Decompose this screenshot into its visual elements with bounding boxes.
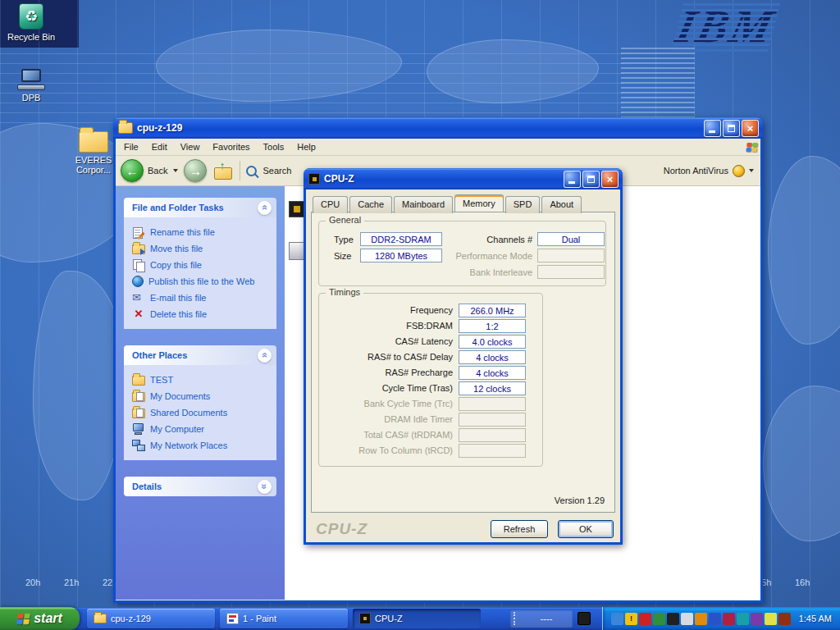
ibm-logo-stripes	[671, 0, 781, 52]
task-delete-file[interactable]: ✕ Delete this file	[130, 306, 273, 322]
timing-row-dram-idle: DRAM Idle Timer	[319, 413, 542, 427]
tray-icon-7[interactable]	[695, 613, 707, 625]
place-my-network[interactable]: My Network Places	[130, 437, 273, 454]
tray-icon-1[interactable]	[611, 613, 623, 625]
tray-icon-10[interactable]	[737, 613, 749, 625]
chevron-up-icon[interactable]: »	[258, 349, 272, 363]
back-dropdown-icon[interactable]	[173, 169, 178, 172]
back-button-label[interactable]: Back	[148, 166, 167, 176]
menu-favorites[interactable]: Favorites	[206, 139, 256, 154]
taskbar: start cpu-z-129 1 - Paint CPU-Z ---- ! 1…	[0, 607, 840, 630]
norton-dropdown-icon[interactable]	[749, 169, 754, 172]
timing-row-ras-precharge: RAS# Precharge 4 clocks	[319, 366, 542, 380]
refresh-button[interactable]: Refresh	[491, 520, 548, 538]
other-places-panel: Other Places » TEST My Documents	[124, 345, 276, 460]
paint-icon	[226, 613, 239, 624]
maximize-button[interactable]	[582, 171, 600, 188]
cpuz-titlebar[interactable]: CPU-Z ×	[304, 168, 623, 189]
place-my-documents[interactable]: My Documents	[130, 388, 273, 404]
timings-groupbox-label: Timings	[326, 287, 363, 297]
tray-icon-4[interactable]	[653, 613, 665, 625]
tab-about[interactable]: About	[541, 196, 582, 213]
tray-icon-9[interactable]	[723, 613, 735, 625]
place-test[interactable]: TEST	[130, 372, 273, 388]
desktop-icon-recycle-bin[interactable]: ♻ Recycle Bin	[2, 3, 61, 42]
delete-icon: ✕	[132, 308, 145, 320]
up-button[interactable]: ↑	[212, 162, 234, 180]
taskbar-task-cpuz-folder[interactable]: cpu-z-129	[87, 609, 215, 628]
close-button[interactable]: ×	[742, 120, 759, 137]
tab-spd[interactable]: SPD	[505, 196, 541, 213]
close-button[interactable]: ×	[601, 171, 619, 188]
minimize-button[interactable]	[564, 171, 581, 188]
tray-icon-13[interactable]	[778, 613, 791, 625]
search-icon[interactable]	[246, 166, 257, 176]
chevron-down-icon[interactable]: »	[258, 480, 272, 494]
tray-icon-12[interactable]	[765, 613, 777, 625]
tray-icon-2[interactable]: !	[625, 613, 637, 625]
timing-label: RAS# to CAS# Delay	[319, 352, 453, 362]
timing-value	[459, 444, 526, 458]
tray-icon-6[interactable]	[681, 613, 693, 625]
maximize-button[interactable]	[723, 120, 740, 137]
explorer-title: cpu-z-129	[137, 122, 700, 134]
back-button[interactable]: ←	[121, 159, 144, 182]
cpuz-file-icon[interactable]	[289, 201, 305, 217]
ok-button[interactable]: OK	[558, 520, 614, 538]
tab-mainboard[interactable]: Mainboard	[394, 196, 453, 213]
taskbar-toolbar[interactable]: ----	[510, 609, 573, 628]
tray-icon-11[interactable]	[751, 613, 763, 625]
search-button-label[interactable]: Search	[262, 166, 291, 176]
timing-value: 4 clocks	[459, 366, 526, 380]
menu-help[interactable]: Help	[290, 139, 322, 154]
tray-icon-8[interactable]	[709, 613, 721, 625]
forward-button[interactable]: →	[184, 159, 207, 182]
menu-tools[interactable]: Tools	[257, 139, 291, 154]
place-shared-documents[interactable]: Shared Documents	[130, 404, 273, 421]
package-file-icon[interactable]	[289, 242, 304, 260]
type-label: Type	[334, 235, 354, 244]
tab-memory[interactable]: Memory	[454, 194, 504, 212]
timing-value: 4.0 clocks	[459, 335, 526, 349]
task-rename-file[interactable]: Rename this file	[130, 224, 273, 240]
timing-value: 1:2	[459, 319, 526, 333]
start-button[interactable]: start	[0, 607, 80, 630]
task-move-file[interactable]: Move this file	[130, 240, 273, 257]
other-places-header[interactable]: Other Places »	[124, 345, 276, 365]
tab-cache[interactable]: Cache	[349, 196, 392, 213]
shared-documents-icon	[132, 409, 145, 418]
move-icon	[132, 244, 145, 254]
toolbar-grip[interactable]	[514, 612, 517, 625]
email-icon: ✉	[132, 292, 145, 304]
memory-tab-page: General Type DDR2-SDRAM Size 1280 MBytes…	[311, 212, 615, 513]
taskbar-clock[interactable]: 1:45 AM	[799, 614, 832, 623]
details-title: Details	[132, 482, 258, 491]
explorer-titlebar[interactable]: cpu-z-129 ×	[113, 117, 763, 139]
place-my-computer[interactable]: My Computer	[130, 421, 273, 437]
tray-icon-3[interactable]	[639, 613, 651, 625]
minimize-button[interactable]	[704, 120, 721, 137]
tab-cpu[interactable]: CPU	[313, 196, 348, 213]
tray-icon-5[interactable]	[667, 613, 679, 625]
file-tasks-header[interactable]: File and Folder Tasks »	[124, 198, 276, 217]
task-email-file[interactable]: ✉ E-mail this file	[130, 290, 273, 306]
menu-edit[interactable]: Edit	[145, 139, 174, 154]
details-header[interactable]: Details »	[124, 477, 276, 496]
timezone-label: 16h	[795, 578, 810, 587]
task-copy-file[interactable]: Copy this file	[130, 257, 273, 273]
folder-icon	[94, 614, 107, 623]
taskbar-task-paint[interactable]: 1 - Paint	[220, 609, 348, 628]
menu-file[interactable]: File	[117, 139, 145, 154]
menu-view[interactable]: View	[174, 139, 207, 154]
norton-antivirus-control[interactable]: Norton AntiVirus	[664, 156, 754, 185]
file-tasks-panel: File and Folder Tasks » Rename this file…	[124, 198, 276, 329]
timing-label: Cycle Time (Tras)	[319, 383, 453, 393]
timing-row-bank-cycle: Bank Cycle Time (Trc)	[319, 397, 542, 411]
my-documents-icon	[132, 392, 145, 402]
taskbar-task-cpuz[interactable]: CPU-Z	[353, 609, 481, 628]
desktop-icon-dpb[interactable]: DPB	[2, 69, 61, 103]
taskbar-dark-icon[interactable]	[578, 612, 591, 625]
chevron-up-icon[interactable]: »	[258, 201, 272, 215]
task-publish-file[interactable]: Publish this file to the Web	[130, 273, 273, 290]
timing-row-row-to-column: Row To Column (tRCD)	[319, 444, 542, 458]
